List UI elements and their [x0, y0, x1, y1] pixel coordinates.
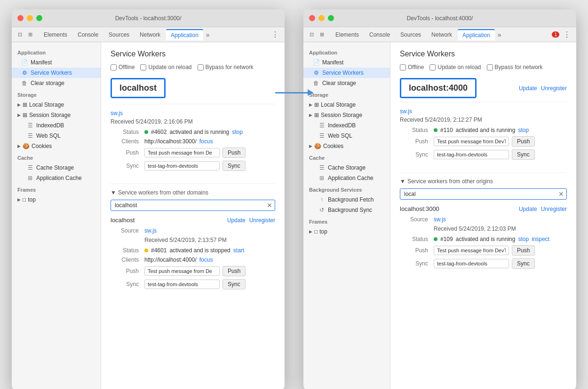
- left-sw1-sync-input[interactable]: [144, 161, 220, 171]
- right-sw2-stop-link[interactable]: stop: [518, 236, 529, 242]
- right-other-origin-unregister[interactable]: Unregister: [541, 206, 567, 212]
- right-tab-console[interactable]: Console: [365, 30, 395, 40]
- right-sw1-sync-input[interactable]: [434, 150, 509, 159]
- left-maximize-button[interactable]: [36, 15, 42, 21]
- right-sw2-sync-input[interactable]: [434, 259, 509, 268]
- left-sw2-sync-button[interactable]: Sync: [222, 279, 246, 289]
- right-sidebar-item-service-workers[interactable]: ⚙ Service Workers: [303, 68, 390, 78]
- left-tab-menu-button[interactable]: ⋮: [270, 30, 281, 39]
- left-sidebar-app-cache[interactable]: ⊞ Application Cache: [12, 173, 101, 183]
- right-sidebar-app-cache[interactable]: ⊞ Application Cache: [303, 173, 390, 183]
- left-other-origin-unregister[interactable]: Unregister: [249, 217, 275, 224]
- right-sw2-sync-button[interactable]: Sync: [512, 258, 535, 269]
- right-tab-menu-button[interactable]: ⋮: [561, 30, 572, 39]
- left-devtools-icon[interactable]: ⊡: [16, 31, 24, 39]
- right-sw1-actions: Update Unregister: [519, 85, 567, 92]
- left-sw2-start-link[interactable]: start: [233, 247, 244, 254]
- right-sidebar-frames-top[interactable]: ▶ □ top: [303, 226, 390, 237]
- right-sw1-source-link[interactable]: sw.js: [400, 108, 567, 115]
- left-other-origin-update[interactable]: Update: [227, 217, 246, 224]
- right-sidebar-web-sql[interactable]: ☰ Web SQL: [303, 131, 390, 141]
- right-sw1-stop-link[interactable]: stop: [518, 127, 529, 133]
- right-sidebar-cookies[interactable]: ▶ 🍪 Cookies: [303, 141, 390, 151]
- right-close-button[interactable]: [309, 15, 315, 21]
- right-sw1-unregister-link[interactable]: Unregister: [541, 85, 567, 92]
- right-sidebar-item-manifest[interactable]: 📄 Manifest: [303, 57, 390, 68]
- right-sw2-push-input[interactable]: [434, 246, 509, 255]
- left-sidebar-frames-top[interactable]: ▶ □ top: [12, 194, 101, 205]
- right-bypass-network-label[interactable]: Bypass for network: [487, 64, 543, 70]
- left-update-reload-label[interactable]: Update on reload: [140, 64, 191, 70]
- left-update-reload-checkbox[interactable]: [140, 64, 146, 70]
- right-dock-icon[interactable]: ⊞: [318, 31, 326, 39]
- right-minimize-button[interactable]: [318, 15, 325, 21]
- left-bypass-network-label[interactable]: Bypass for network: [198, 64, 254, 70]
- left-sw1-sync-button[interactable]: Sync: [222, 161, 246, 171]
- left-sw1-push-button[interactable]: Push: [222, 148, 246, 158]
- left-sw1-source-link[interactable]: sw.js: [111, 110, 275, 117]
- right-offline-checkbox[interactable]: [400, 64, 406, 70]
- right-devtools-icon[interactable]: ⊡: [307, 31, 316, 39]
- left-offline-checkbox-label[interactable]: Offline: [111, 64, 135, 70]
- right-other-origin-update[interactable]: Update: [519, 206, 537, 212]
- right-tab-elements[interactable]: Elements: [331, 30, 364, 40]
- left-tab-overflow[interactable]: »: [204, 31, 212, 39]
- left-sidebar-web-sql[interactable]: ☰ Web SQL: [12, 131, 101, 141]
- right-sidebar-cache-storage[interactable]: ☰ Cache Storage: [303, 163, 390, 173]
- right-tab-application[interactable]: Application: [458, 29, 495, 40]
- left-close-button[interactable]: [17, 15, 24, 21]
- left-sw2-focus-link[interactable]: focus: [199, 257, 213, 263]
- right-sw1-push-label: Push: [400, 138, 428, 145]
- left-sw2-push-input[interactable]: [144, 266, 220, 276]
- right-sidebar-bg-sync[interactable]: ↺ Background Sync: [303, 205, 390, 215]
- right-sidebar-bg-fetch[interactable]: ↑ Background Fetch: [303, 194, 390, 205]
- left-sw2-sync-input[interactable]: [144, 280, 220, 289]
- right-sw2-push-button[interactable]: Push: [512, 245, 535, 256]
- right-update-reload-checkbox[interactable]: [429, 64, 436, 70]
- right-tab-overflow[interactable]: »: [496, 31, 503, 39]
- scene: DevTools - localhost:3000/ ⊡ ⊞ Elements …: [12, 9, 576, 389]
- right-bypass-network-checkbox[interactable]: [487, 64, 493, 70]
- left-sidebar-item-service-workers[interactable]: ⚙ Service Workers: [12, 68, 101, 78]
- left-tab-sources[interactable]: Sources: [104, 30, 134, 40]
- left-sw1-push-input[interactable]: [144, 148, 220, 157]
- right-tab-sources[interactable]: Sources: [396, 30, 426, 40]
- left-sidebar-local-storage[interactable]: ▶ ⊞ Local Storage: [12, 100, 101, 110]
- right-update-reload-label[interactable]: Update on reload: [429, 64, 481, 70]
- right-sw1-update-link[interactable]: Update: [519, 85, 537, 92]
- left-filter-input[interactable]: [111, 200, 275, 211]
- right-offline-checkbox-label[interactable]: Offline: [400, 64, 424, 70]
- right-maximize-button[interactable]: [328, 15, 334, 21]
- left-sidebar-item-clear-storage[interactable]: 🗑 Clear storage: [12, 78, 101, 88]
- right-sw1-sync-button[interactable]: Sync: [512, 149, 535, 160]
- left-sidebar-session-storage[interactable]: ▶ ⊞ Session Storage: [12, 110, 101, 120]
- right-sidebar-session-storage[interactable]: ▶ ⊞ Session Storage: [303, 110, 390, 120]
- right-tab-network[interactable]: Network: [427, 30, 457, 40]
- left-sidebar-cookies[interactable]: ▶ 🍪 Cookies: [12, 141, 101, 151]
- left-bypass-network-checkbox[interactable]: [198, 64, 204, 70]
- right-filter-clear[interactable]: ✕: [558, 190, 564, 198]
- right-sw1-push-button[interactable]: Push: [512, 136, 535, 147]
- left-tab-network[interactable]: Network: [135, 30, 165, 40]
- left-filter-clear[interactable]: ✕: [267, 202, 272, 209]
- right-sidebar-item-clear-storage[interactable]: 🗑 Clear storage: [303, 78, 390, 88]
- left-sidebar-item-manifest[interactable]: 📄 Manifest: [12, 57, 101, 68]
- right-sidebar-indexeddb[interactable]: ☰ IndexedDB: [303, 120, 390, 131]
- left-tab-console[interactable]: Console: [73, 30, 103, 40]
- right-sidebar-local-storage[interactable]: ▶ ⊞ Local Storage: [303, 100, 390, 110]
- left-sidebar-indexeddb[interactable]: ☰ IndexedDB: [12, 120, 101, 131]
- right-sw1-push-input[interactable]: [434, 137, 509, 146]
- left-sw2-source-link[interactable]: sw.js: [144, 227, 157, 234]
- left-sw1-focus-link[interactable]: focus: [199, 138, 213, 145]
- right-sw2-source-link[interactable]: sw.js: [434, 216, 446, 223]
- left-sw2-push-button[interactable]: Push: [222, 266, 246, 276]
- right-filter-input[interactable]: [400, 188, 567, 200]
- right-sw2-inspect-link[interactable]: inspect: [532, 236, 549, 242]
- left-tab-elements[interactable]: Elements: [39, 30, 72, 40]
- left-sw1-stop-link[interactable]: stop: [232, 129, 243, 135]
- left-sidebar-cache-storage[interactable]: ☰ Cache Storage: [12, 163, 101, 173]
- left-dock-icon[interactable]: ⊞: [26, 31, 34, 39]
- left-tab-application[interactable]: Application: [166, 29, 203, 40]
- left-minimize-button[interactable]: [27, 15, 33, 21]
- left-offline-checkbox[interactable]: [111, 64, 117, 70]
